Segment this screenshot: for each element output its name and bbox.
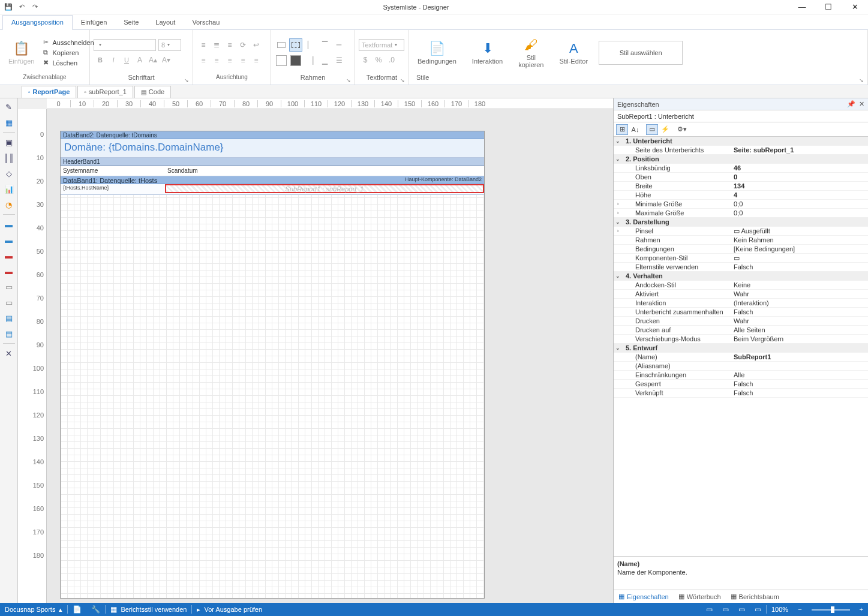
border-none-button[interactable] — [289, 38, 302, 52]
view-3-icon[interactable]: ▭ — [738, 605, 745, 614]
tool-shape[interactable]: ◇ — [3, 167, 15, 179]
tool-pointer[interactable]: ✎ — [3, 101, 15, 113]
align-left-button[interactable]: ≡ — [197, 54, 210, 67]
host-field[interactable]: {tHosts.HostName} — [61, 184, 165, 194]
foot-tab-reporttree[interactable]: ▦Berichtsbaum — [726, 590, 784, 603]
delete-button[interactable]: ✖Löschen — [41, 58, 94, 67]
report-page[interactable]: DataBand2: Datenquelle: tDomains Domäne:… — [60, 131, 485, 599]
prop-row[interactable]: ›Pinsel▭ Ausgefüllt — [614, 227, 868, 236]
prop-row[interactable]: Komponenten-Stil▭ — [614, 254, 868, 263]
paste-button[interactable]: 📋 Einfügen — [4, 38, 39, 67]
databand1[interactable]: DataBand1: Datenquelle: tHostsHaupt-Komp… — [61, 176, 484, 195]
wrap-button[interactable]: ↩ — [250, 38, 263, 52]
prop-row[interactable]: GesperrtFalsch — [614, 380, 868, 389]
tool-band-1[interactable]: ▬ — [3, 218, 15, 230]
align-center-button[interactable]: ≡ — [210, 54, 223, 67]
align-right-button[interactable]: ≡ — [223, 54, 236, 67]
border-all-button[interactable] — [275, 38, 288, 52]
style-copy-button[interactable]: 🖌Stil kopieren — [513, 35, 548, 71]
tool-band-8[interactable]: ▤ — [3, 327, 15, 339]
tab-insert[interactable]: Einfügen — [73, 16, 115, 29]
prop-row[interactable]: Verschiebungs-ModusBeim Vergrößern — [614, 335, 868, 344]
minimize-button[interactable]: — — [789, 0, 815, 14]
border-style-button[interactable]: ═ — [332, 38, 346, 52]
italic-button[interactable]: I — [107, 53, 120, 67]
prop-row[interactable]: Elternstile verwendenFalsch — [614, 263, 868, 272]
prop-filter-button[interactable]: ▭ — [646, 124, 658, 135]
prop-row[interactable]: ⌄5. Entwurf — [614, 344, 868, 353]
style-select-combo[interactable]: Stil auswählen — [599, 41, 683, 65]
view-1-icon[interactable]: ▭ — [706, 605, 713, 614]
doctab-reportpage[interactable]: ▫ReportPage — [22, 86, 76, 98]
textformat-combo[interactable]: Textformat▾ — [359, 39, 404, 51]
style-editor-button[interactable]: AStil-Editor — [554, 38, 593, 67]
align-middle-button[interactable]: ≣ — [210, 38, 223, 52]
prop-alpha-button[interactable]: A↓ — [629, 124, 641, 135]
tool-chart[interactable]: 📊 — [3, 183, 15, 195]
align-justify-button[interactable]: ≡ — [236, 54, 250, 67]
grow-font-button[interactable]: A▴ — [146, 53, 160, 67]
foot-tab-dictionary[interactable]: ▦Wörterbuch — [674, 590, 726, 603]
border-bottom-button[interactable]: ▁ — [318, 54, 331, 67]
fill-color-button[interactable] — [275, 54, 288, 67]
border-dialog-launcher[interactable]: ↘ — [346, 77, 351, 83]
tool-band-2[interactable]: ▬ — [3, 234, 15, 246]
prop-categorized-button[interactable]: ⊞ — [616, 124, 628, 135]
wrench-icon[interactable]: 🔧 — [91, 605, 100, 614]
style-dialog-launcher[interactable]: ↘ — [859, 77, 864, 83]
prop-row[interactable]: Bedingungen[Keine Bedingungen] — [614, 245, 868, 254]
col-scandatum[interactable]: Scandatum — [165, 166, 200, 176]
interaction-button[interactable]: ⬇Interaktion — [467, 38, 507, 67]
textformat-dialog-launcher[interactable]: ↘ — [400, 77, 405, 83]
prop-row[interactable]: EinschränkungenAlle — [614, 371, 868, 380]
prop-row[interactable]: ⌄3. Darstellung — [614, 218, 868, 227]
zoom-slider[interactable] — [807, 603, 855, 616]
prop-row[interactable]: Linksbündig46 — [614, 164, 868, 173]
underline-button[interactable]: U — [120, 53, 133, 67]
rotate-button[interactable]: ⟳ — [236, 38, 250, 52]
prop-row[interactable]: RahmenKein Rahmen — [614, 236, 868, 245]
view-2-icon[interactable]: ▭ — [722, 605, 729, 614]
prop-row[interactable]: ⌄2. Position — [614, 155, 868, 164]
prop-row[interactable]: Seite des UnterberichtsSeite: subReport_… — [614, 146, 868, 155]
redo-icon[interactable]: ↷ — [30, 2, 40, 12]
align-width-button[interactable]: ≡ — [250, 54, 263, 67]
tool-band-5[interactable]: ▭ — [3, 281, 15, 293]
tool-band-3[interactable]: ▬ — [3, 250, 15, 262]
prop-row[interactable]: VerknüpftFalsch — [614, 389, 868, 398]
align-top-button[interactable]: ≡ — [197, 38, 210, 52]
maximize-button[interactable]: ☐ — [815, 0, 842, 14]
copy-button[interactable]: ⧉Kopieren — [41, 48, 94, 57]
domain-text[interactable]: Domäne: {tDomains.DomainName} — [61, 139, 484, 156]
prop-row[interactable]: AktiviertWahr — [614, 290, 868, 299]
tab-preview[interactable]: Vorschau — [184, 16, 228, 29]
tab-page[interactable]: Seite — [115, 16, 147, 29]
subreport-component[interactable]: SubReport1 ; subReport_1 — [165, 184, 484, 193]
prop-row[interactable]: ⌄4. Verhalten — [614, 272, 868, 281]
prop-row[interactable]: Breite134 — [614, 182, 868, 191]
font-family-combo[interactable]: ▾ — [94, 39, 156, 51]
status-app[interactable]: Docusnap Sports▴ — [0, 603, 67, 616]
percent-button[interactable]: % — [372, 53, 385, 67]
tool-band-4[interactable]: ▬ — [3, 265, 15, 277]
doctab-subreport[interactable]: ▫subReport_1 — [77, 86, 133, 98]
doctab-code[interactable]: ▤Code — [134, 86, 171, 98]
status-check[interactable]: ▸Vor Ausgabe prüfen — [192, 603, 267, 616]
prop-row[interactable]: ›Minimale Größe0;0 — [614, 200, 868, 209]
conditions-button[interactable]: 📄Bedingungen — [413, 38, 461, 67]
currency-button[interactable]: $ — [359, 53, 372, 67]
prop-row[interactable]: Höhe4 — [614, 191, 868, 200]
prop-row[interactable]: (Aliasname) — [614, 362, 868, 371]
col-systemname[interactable]: Systemname — [61, 166, 165, 176]
tool-settings[interactable]: ✕ — [3, 347, 15, 359]
prop-row[interactable]: Interaktion(Interaktion) — [614, 299, 868, 308]
tool-band-7[interactable]: ▤ — [3, 312, 15, 324]
tool-text[interactable]: ▦ — [3, 116, 15, 128]
prop-row[interactable]: (Name)SubReport1 — [614, 353, 868, 362]
tab-layout[interactable]: Layout — [147, 16, 184, 29]
databand2[interactable]: DataBand2: Datenquelle: tDomains Domäne:… — [61, 131, 484, 158]
border-width-button[interactable]: ☰ — [332, 54, 346, 67]
prop-row[interactable]: DruckenWahr — [614, 317, 868, 326]
view-4-icon[interactable]: ▭ — [755, 605, 761, 614]
zoom-in-button[interactable]: + — [855, 603, 868, 616]
